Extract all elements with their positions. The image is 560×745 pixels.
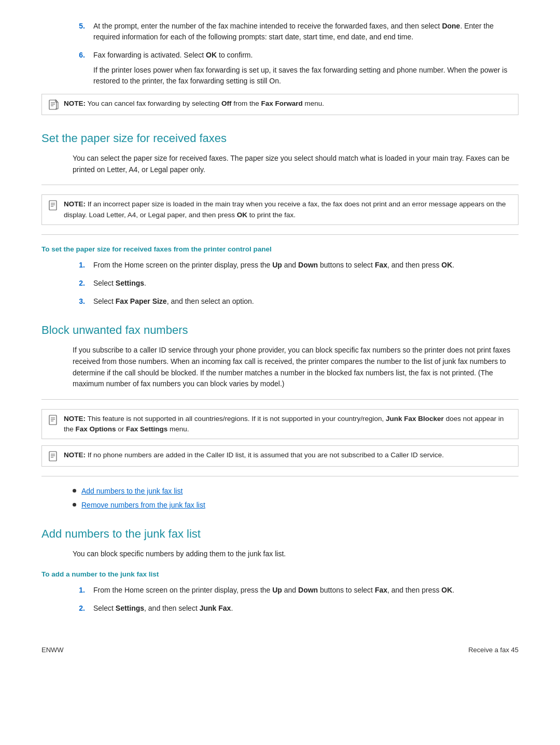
note-icon-block-1 [48, 414, 60, 426]
note-block-2: NOTE: If no phone numbers are added in t… [41, 445, 519, 467]
sub-heading-paper-size-steps: To set the paper size for received faxes… [41, 244, 519, 255]
link-add-numbers[interactable]: Add numbers to the junk fax list [81, 486, 183, 497]
ps-step-3-num: 3. [73, 296, 85, 307]
ps-step-1-num: 1. [73, 260, 85, 271]
svg-rect-8 [49, 415, 57, 425]
note-block-1: NOTE: This feature is not supported in a… [41, 409, 519, 440]
link-remove-numbers[interactable]: Remove numbers from the junk fax list [81, 500, 205, 511]
ps-step-1-content: From the Home screen on the printer disp… [93, 260, 519, 271]
sub-heading-add-steps: To add a number to the junk fax list [41, 569, 519, 580]
rule-2 [41, 234, 519, 235]
add-step-1: 1. From the Home screen on the printer d… [73, 585, 519, 596]
step-6-subpara: If the printer loses power when fax forw… [93, 65, 519, 87]
top-steps: 5. At the prompt, enter the number of th… [73, 21, 519, 87]
section-heading-add: Add numbers to the junk fax list [41, 525, 519, 542]
step-5-text: At the prompt, enter the number of the f… [93, 22, 494, 41]
note-icon-block-2 [48, 451, 60, 462]
ps-step-2-content: Select Settings. [93, 278, 519, 289]
add-step-2-content: Select Settings, and then select Junk Fa… [93, 603, 519, 614]
add-step-2: 2. Select Settings, and then select Junk… [73, 603, 519, 614]
list-item-add: Add numbers to the junk fax list [73, 486, 519, 497]
block-body: If you subscribe to a caller ID service … [73, 345, 519, 390]
note-fax-forward-text: NOTE: You can cancel fax forwarding by s… [64, 99, 324, 109]
paper-size-steps: 1. From the Home screen on the printer d… [73, 260, 519, 307]
section-heading-paper-size: Set the paper size for received faxes [41, 130, 519, 147]
note-paper-size: NOTE: If an incorrect paper size is load… [41, 194, 519, 225]
note-paper-size-label: NOTE: [64, 200, 86, 208]
rule-3 [41, 399, 519, 400]
note-block-2-text: NOTE: If no phone numbers are added in t… [64, 450, 444, 460]
add-step-1-num: 1. [73, 585, 85, 596]
step-5-num: 5. [73, 21, 85, 43]
note-paper-size-content: If an incorrect paper size is loaded in … [64, 200, 506, 218]
footer-left: ENWW [41, 645, 64, 655]
paper-size-step-1: 1. From the Home screen on the printer d… [73, 260, 519, 271]
add-step-1-content: From the Home screen on the printer disp… [93, 585, 519, 596]
paper-size-step-2: 2. Select Settings. [73, 278, 519, 289]
note-paper-size-text: NOTE: If an incorrect paper size is load… [64, 199, 512, 220]
bullet-dot-1 [73, 489, 76, 493]
page-footer: ENWW Receive a fax 45 [41, 645, 519, 655]
list-item-remove: Remove numbers from the junk fax list [73, 500, 519, 511]
rule-4 [41, 476, 519, 476]
ps-step-2-num: 2. [73, 278, 85, 289]
paper-size-step-3: 3. Select Fax Paper Size, and then selec… [73, 296, 519, 307]
note-content: You can cancel fax forwarding by selecti… [88, 100, 325, 107]
step-6-content: Fax forwarding is activated. Select OK t… [93, 50, 519, 87]
note-fax-forward: NOTE: You can cancel fax forwarding by s… [41, 94, 519, 115]
add-step-2-num: 2. [73, 603, 85, 614]
paper-size-body: You can select the paper size for receiv… [73, 153, 519, 175]
page-content: 5. At the prompt, enter the number of th… [41, 21, 519, 655]
svg-rect-12 [49, 452, 57, 461]
step-6-text: Fax forwarding is activated. Select OK t… [93, 51, 253, 59]
step-6-num: 6. [73, 50, 85, 87]
bullet-dot-2 [73, 503, 76, 507]
svg-rect-4 [49, 201, 57, 210]
note-icon-paper-size [48, 200, 60, 211]
rule-1 [41, 185, 519, 185]
footer-right: Receive a fax 45 [468, 645, 519, 655]
note-label: NOTE: [64, 100, 86, 107]
add-steps: 1. From the Home screen on the printer d… [73, 585, 519, 614]
step-5: 5. At the prompt, enter the number of th… [73, 21, 519, 43]
step-5-content: At the prompt, enter the number of the f… [93, 21, 519, 43]
step-6: 6. Fax forwarding is activated. Select O… [73, 50, 519, 87]
block-links-list: Add numbers to the junk fax list Remove … [73, 486, 519, 511]
note-block-1-text: NOTE: This feature is not supported in a… [64, 414, 512, 435]
note-icon-fax-forward [48, 99, 60, 110]
add-body: You can block specific numbers by adding… [73, 549, 519, 560]
section-heading-block: Block unwanted fax numbers [41, 321, 519, 339]
ps-step-3-content: Select Fax Paper Size, and then select a… [93, 296, 519, 307]
